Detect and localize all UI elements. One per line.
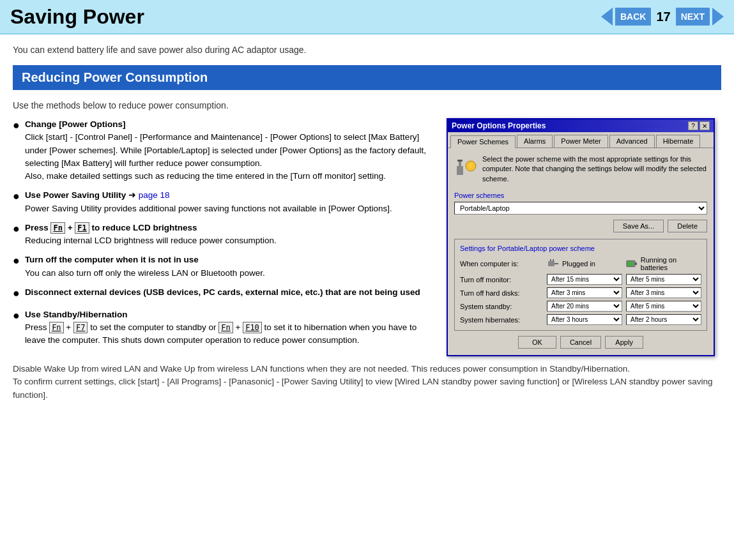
bullet-dot: ● bbox=[13, 188, 20, 205]
back-arrow-icon bbox=[601, 8, 613, 26]
settings-box: Settings for Portable/Laptop power schem… bbox=[454, 239, 707, 331]
system-standby-battery[interactable]: After 5 mins After 20 mins Never bbox=[626, 301, 701, 312]
next-button[interactable]: NEXT bbox=[676, 8, 710, 26]
list-item: ● Disconnect external devices (USB devic… bbox=[13, 286, 434, 302]
disable-wake-text: Disable Wake Up from wired LAN and Wake … bbox=[13, 363, 721, 375]
ok-button[interactable]: OK bbox=[518, 336, 556, 349]
when-computer-label: When computer is: bbox=[460, 260, 543, 268]
full-width-text: Disable Wake Up from wired LAN and Wake … bbox=[13, 363, 721, 402]
bullet-text: Reducing internal LCD brightness will re… bbox=[25, 236, 277, 245]
dialog-body: ⚡ Select the power scheme with the most … bbox=[448, 148, 714, 355]
bullet-bold: Change [Power Options] bbox=[25, 119, 126, 129]
main-content: You can extend battery life and save pow… bbox=[0, 34, 734, 412]
bullet-dot: ● bbox=[13, 220, 20, 238]
two-column-layout: ● Change [Power Options] Click [start] -… bbox=[13, 118, 721, 356]
tab-advanced[interactable]: Advanced bbox=[609, 135, 655, 148]
plugged-in-label: Plugged in bbox=[562, 260, 595, 268]
apply-button[interactable]: Apply bbox=[605, 336, 643, 349]
cancel-button[interactable]: Cancel bbox=[560, 336, 601, 349]
ac-adapter-icon bbox=[547, 258, 560, 269]
battery-label: Running on batteries bbox=[641, 256, 701, 271]
system-hibernates-plugged[interactable]: After 3 hours After 1 hour Never bbox=[547, 314, 622, 325]
bullet-text: Power Saving Utility provides additional… bbox=[25, 204, 392, 213]
dialog-info-text: Select the power scheme with the most ap… bbox=[482, 155, 707, 184]
power-schemes-label: Power schemes bbox=[454, 192, 707, 199]
arrow-icon: ➜ bbox=[128, 190, 139, 200]
intro-text: You can extend battery life and save pow… bbox=[13, 45, 721, 55]
turn-off-disks-plugged[interactable]: After 3 mins After 5 mins Never bbox=[547, 287, 622, 298]
turn-off-disks-battery[interactable]: After 3 mins After 5 mins Never bbox=[626, 287, 701, 298]
svg-rect-2 bbox=[460, 161, 461, 166]
tab-power-schemes[interactable]: Power Schemes bbox=[450, 135, 516, 148]
confirm-settings-text: To confirm current settings, click [star… bbox=[13, 375, 721, 402]
list-item: ● Use Power Saving Utility ➜ page 18 Pow… bbox=[13, 189, 434, 215]
save-as-button[interactable]: Save As... bbox=[613, 220, 664, 232]
svg-rect-0 bbox=[457, 166, 463, 175]
system-standby-plugged[interactable]: After 20 mins After 5 mins Never bbox=[547, 301, 622, 312]
dialog-titlebar-buttons: ? ✕ bbox=[688, 121, 710, 130]
back-nav[interactable]: BACK bbox=[601, 8, 651, 26]
right-column: Power Options Properties ? ✕ Power Schem… bbox=[447, 118, 721, 356]
turn-off-disks-label: Turn off hard disks: bbox=[460, 289, 543, 297]
plugged-in-header: Plugged in bbox=[547, 258, 622, 269]
bullet-text: Click [start] - [Control Panel] - [Perfo… bbox=[25, 132, 426, 181]
svg-rect-8 bbox=[550, 259, 551, 261]
system-hibernates-label: System hibernates: bbox=[460, 316, 543, 324]
bullet-dot: ● bbox=[13, 117, 20, 134]
list-item: ● Turn off the computer when it is not i… bbox=[13, 254, 434, 280]
header: Saving Power BACK 17 NEXT bbox=[0, 0, 734, 34]
dialog-title: Power Options Properties bbox=[452, 121, 546, 130]
page-link[interactable]: page 18 bbox=[139, 190, 170, 200]
dialog-bottom-buttons: OK Cancel Apply bbox=[454, 336, 707, 349]
power-scheme-dropdown-row: Portable/Laptop Max Battery Always On bbox=[454, 202, 707, 215]
left-column: ● Change [Power Options] Click [start] -… bbox=[13, 118, 434, 356]
help-button[interactable]: ? bbox=[688, 121, 698, 130]
dialog-tabs: Power Schemes Alarms Power Meter Advance… bbox=[448, 132, 714, 148]
battery-icon bbox=[626, 258, 638, 269]
list-item: ● Press Fn + F1 to reduce LCD brightness… bbox=[13, 222, 434, 248]
bullet-bold: Disconnect external devices (USB devices… bbox=[25, 287, 420, 297]
bullet-text: Press Fn + F7 to set the computer to sta… bbox=[25, 322, 417, 345]
power-options-dialog: Power Options Properties ? ✕ Power Schem… bbox=[447, 118, 715, 356]
svg-rect-1 bbox=[459, 161, 460, 166]
next-arrow-icon bbox=[712, 8, 724, 26]
page-title: Saving Power bbox=[10, 5, 144, 29]
svg-rect-11 bbox=[635, 262, 637, 265]
scheme-buttons-row: Save As... Delete bbox=[454, 220, 707, 232]
tab-power-meter[interactable]: Power Meter bbox=[554, 135, 608, 148]
system-standby-label: System standby: bbox=[460, 303, 543, 310]
list-item: ● Change [Power Options] Click [start] -… bbox=[13, 118, 434, 183]
settings-box-label: Settings for Portable/Laptop power schem… bbox=[460, 245, 701, 252]
dialog-info-box: ⚡ Select the power scheme with the most … bbox=[454, 155, 707, 184]
bullet-dot: ● bbox=[13, 285, 20, 302]
bullet-bold: Turn off the computer when it is not in … bbox=[25, 255, 199, 264]
turn-off-monitor-battery[interactable]: After 5 mins After 15 mins Never bbox=[626, 274, 701, 285]
svg-text:⚡: ⚡ bbox=[466, 161, 476, 170]
close-button[interactable]: ✕ bbox=[700, 121, 710, 130]
bullet-dot: ● bbox=[13, 307, 20, 324]
bullet-bold: Use Standby/Hibernation bbox=[25, 310, 128, 319]
bullet-list: ● Change [Power Options] Click [start] -… bbox=[13, 118, 434, 347]
section-subtext: Use the methods below to reduce power co… bbox=[13, 100, 721, 110]
system-hibernates-battery[interactable]: After 2 hours After 3 hours Never bbox=[626, 314, 701, 325]
next-nav[interactable]: NEXT bbox=[676, 8, 724, 26]
bullet-bold: Press Fn + F1 to reduce LCD brightness bbox=[25, 223, 197, 232]
turn-off-monitor-plugged[interactable]: After 15 mins After 5 mins Never bbox=[547, 274, 622, 285]
delete-button[interactable]: Delete bbox=[668, 220, 707, 232]
tab-hibernate[interactable]: Hibernate bbox=[656, 135, 701, 148]
settings-grid: When computer is: Plugged in bbox=[460, 256, 701, 325]
turn-off-monitor-label: Turn off monitor: bbox=[460, 276, 543, 284]
bullet-text: You can also turn off only the wireless … bbox=[25, 268, 265, 278]
svg-rect-9 bbox=[553, 259, 554, 261]
bullet-dot: ● bbox=[13, 252, 20, 269]
svg-rect-6 bbox=[548, 261, 554, 266]
svg-rect-12 bbox=[627, 261, 633, 266]
nav-controls: BACK 17 NEXT bbox=[601, 8, 724, 26]
list-item: ● Use Standby/Hibernation Press Fn + F7 … bbox=[13, 308, 434, 347]
power-scheme-select[interactable]: Portable/Laptop Max Battery Always On bbox=[454, 202, 707, 215]
back-button[interactable]: BACK bbox=[615, 8, 651, 26]
page-number: 17 bbox=[656, 10, 670, 24]
svg-rect-7 bbox=[554, 263, 558, 264]
power-plug-icon: ⚡ bbox=[454, 155, 477, 178]
tab-alarms[interactable]: Alarms bbox=[517, 135, 553, 148]
